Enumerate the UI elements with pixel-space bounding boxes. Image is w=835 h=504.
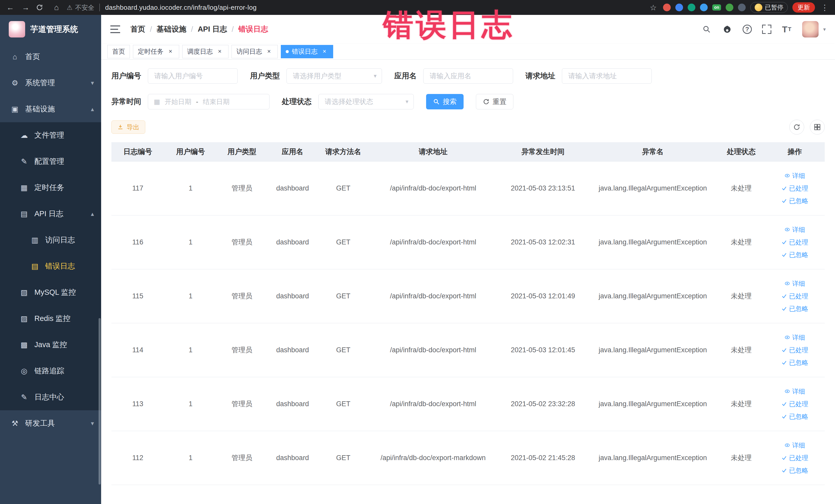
- date-range-picker[interactable]: ▦ 开始日期 - 结束日期: [148, 94, 269, 109]
- extension-icon-3[interactable]: [688, 4, 695, 11]
- forward-icon[interactable]: →: [21, 3, 31, 12]
- mark-processed-link[interactable]: 已处理: [781, 238, 808, 246]
- end-date-placeholder: 结束日期: [203, 97, 229, 106]
- table-body: 117 1 管理员 dashboard GET /api/infra/db-do…: [111, 161, 825, 485]
- detail-link[interactable]: 详细: [785, 387, 805, 396]
- fullscreen-icon[interactable]: [762, 25, 771, 34]
- detail-link[interactable]: 详细: [785, 225, 805, 234]
- sidebar-item-config[interactable]: ✎ 配置管理: [0, 148, 101, 175]
- sidebar-item-java[interactable]: ▩ Java 监控: [0, 332, 101, 358]
- extension-icon-5[interactable]: [726, 4, 733, 11]
- close-icon[interactable]: ×: [216, 48, 224, 56]
- refresh-table-button[interactable]: [789, 120, 804, 135]
- sidebar-scrollbar[interactable]: [99, 318, 101, 484]
- extension-on-badge[interactable]: on: [712, 4, 721, 11]
- process-status-select[interactable]: 请选择处理状态 ▾: [318, 94, 414, 109]
- sidebar-item-error-log[interactable]: ▤ 错误日志: [0, 253, 101, 279]
- sidebar-item-label: 访问日志: [45, 235, 75, 245]
- url-bar[interactable]: dashboard.yudao.iocoder.cn/infra/log/api…: [105, 4, 257, 12]
- cell-user-id: 1: [164, 323, 217, 377]
- reload-icon[interactable]: [36, 4, 46, 11]
- sidebar-item-label: 错误日志: [45, 261, 75, 271]
- back-icon[interactable]: ←: [5, 3, 15, 12]
- security-indicator[interactable]: ⚠ 不安全: [67, 3, 94, 12]
- sidebar-item-infra[interactable]: ▣ 基础设施 ▴: [0, 96, 101, 122]
- reset-button[interactable]: 重置: [476, 94, 513, 109]
- tag-job-log[interactable]: 调度日志 ×: [182, 45, 228, 58]
- sidebar-item-devtools[interactable]: ⚒ 研发工具 ▾: [0, 410, 101, 437]
- sidebar-item-redis[interactable]: ▨ Redis 监控: [0, 305, 101, 332]
- sidebar-item-api-log[interactable]: ▤ API 日志 ▴: [0, 201, 101, 227]
- kebab-menu-icon[interactable]: ⋮: [820, 3, 830, 12]
- sidebar-item-label: API 日志: [34, 209, 63, 219]
- detail-link[interactable]: 详细: [785, 279, 805, 288]
- table-toolbar: 导出: [111, 120, 825, 135]
- cell-exception-time: 2021-05-02 23:32:28: [498, 377, 588, 431]
- mark-processed-link[interactable]: 已处理: [781, 292, 808, 300]
- sidebar-item-system[interactable]: ⚙ 系统管理 ▾: [0, 70, 101, 96]
- mark-processed-link[interactable]: 已处理: [781, 400, 808, 408]
- detail-link[interactable]: 详细: [785, 441, 805, 449]
- mark-ignored-link[interactable]: 已忽略: [781, 197, 808, 205]
- extension-icon-1[interactable]: [663, 4, 671, 11]
- search-button[interactable]: 搜索: [426, 94, 464, 109]
- mark-ignored-link[interactable]: 已忽略: [781, 250, 808, 259]
- mark-ignored-link[interactable]: 已忽略: [781, 412, 808, 421]
- cell-user-id: 1: [164, 161, 217, 215]
- extension-icon-2[interactable]: [675, 4, 683, 11]
- close-icon[interactable]: ×: [321, 48, 328, 56]
- export-button[interactable]: 导出: [111, 120, 145, 134]
- cell-method: GET: [318, 161, 368, 215]
- close-icon[interactable]: ×: [167, 48, 174, 56]
- sidebar-item-job[interactable]: ▦ 定时任务: [0, 175, 101, 201]
- sidebar-item-log-center[interactable]: ✎ 日志中心: [0, 384, 101, 410]
- close-icon[interactable]: ×: [265, 48, 273, 56]
- help-icon[interactable]: ?: [742, 25, 752, 34]
- tag-access-log[interactable]: 访问日志 ×: [231, 45, 278, 58]
- logo-image: [9, 21, 25, 38]
- chrome-update-button[interactable]: 更新: [792, 2, 815, 13]
- breadcrumb-item[interactable]: 基础设施: [157, 24, 186, 35]
- mark-ignored-link[interactable]: 已忽略: [781, 466, 808, 475]
- eye-icon: ◎: [20, 367, 29, 375]
- extension-icon-6[interactable]: [738, 4, 746, 11]
- app-name-input[interactable]: [423, 68, 513, 84]
- sidebar-item-access-log[interactable]: ▥ 访问日志: [0, 227, 101, 253]
- app-title: 芋道管理系统: [30, 24, 78, 35]
- sidebar-logo[interactable]: 芋道管理系统: [0, 15, 101, 44]
- mark-ignored-link[interactable]: 已忽略: [781, 358, 808, 367]
- hamburger-icon[interactable]: [110, 25, 120, 33]
- cell-app-name: dashboard: [267, 377, 318, 431]
- user-type-select[interactable]: 请选择用户类型 ▾: [286, 68, 382, 84]
- avatar[interactable]: [802, 21, 819, 38]
- tag-job[interactable]: 定时任务 ×: [133, 45, 179, 58]
- cell-process-status: 未处理: [718, 431, 765, 485]
- table-row: 114 1 管理员 dashboard GET /api/infra/db-do…: [111, 323, 825, 377]
- tag-error-log[interactable]: 错误日志 ×: [281, 45, 333, 58]
- column-settings-button[interactable]: [810, 120, 825, 135]
- request-url-input[interactable]: [562, 68, 652, 84]
- mark-processed-link[interactable]: 已处理: [781, 184, 808, 193]
- tag-home[interactable]: 首页: [107, 45, 130, 58]
- detail-link[interactable]: 详细: [785, 333, 805, 342]
- check-icon: [781, 198, 787, 204]
- breadcrumb-item[interactable]: 首页: [130, 24, 145, 35]
- mark-processed-link[interactable]: 已处理: [781, 454, 808, 462]
- bookmark-star-icon[interactable]: ☆: [648, 3, 658, 12]
- breadcrumb-item[interactable]: API 日志: [198, 24, 227, 35]
- home-icon[interactable]: ⌂: [51, 3, 62, 12]
- caret-down-icon[interactable]: ▾: [823, 26, 826, 32]
- font-size-icon[interactable]: T T: [781, 24, 792, 35]
- extension-icon-4[interactable]: [700, 4, 708, 11]
- github-icon[interactable]: [722, 24, 732, 35]
- mark-processed-link[interactable]: 已处理: [781, 346, 808, 354]
- sidebar-item-file[interactable]: ☁ 文件管理: [0, 122, 101, 148]
- search-icon[interactable]: [701, 24, 712, 35]
- mark-ignored-link[interactable]: 已忽略: [781, 304, 808, 313]
- detail-link[interactable]: 详细: [785, 172, 805, 180]
- sidebar-item-mysql[interactable]: ▧ MySQL 监控: [0, 279, 101, 305]
- sidebar-item-trace[interactable]: ◎ 链路追踪: [0, 358, 101, 384]
- user-id-input[interactable]: [148, 68, 238, 84]
- sidebar-item-home[interactable]: ⌂ 首页: [0, 44, 101, 70]
- tampermonkey-paused-badge[interactable]: 已暂停: [750, 2, 788, 13]
